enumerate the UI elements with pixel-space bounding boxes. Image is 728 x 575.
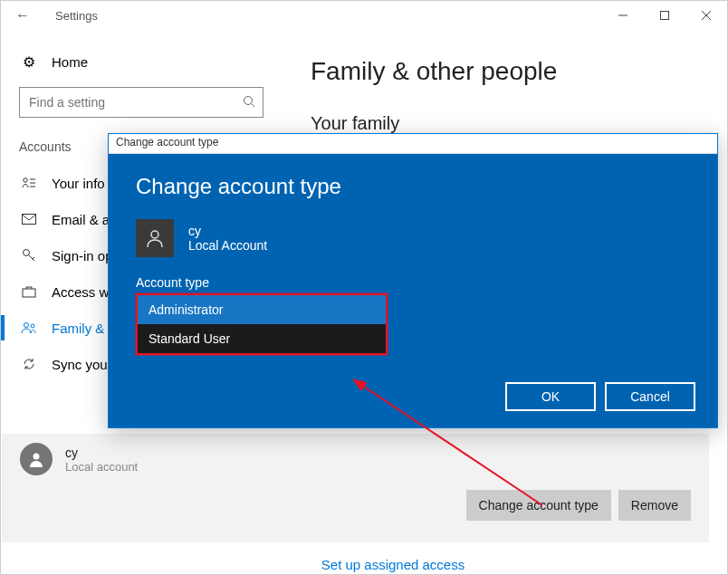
user-type: Local account [65,460,138,474]
setup-assigned-access-link[interactable]: Set up assigned access [30,557,728,572]
account-type-label: Account type [136,275,690,290]
dialog-user-type: Local Account [188,238,267,253]
maximize-button[interactable] [644,1,685,30]
search-input[interactable] [27,94,243,110]
svg-line-5 [252,103,255,107]
svg-rect-14 [23,289,35,297]
svg-point-6 [24,178,27,182]
dialog-user-name: cy [188,224,267,238]
ok-button[interactable]: OK [505,382,596,411]
svg-point-11 [24,250,30,256]
change-account-type-button[interactable]: Change account type [466,490,611,521]
account-type-dropdown[interactable]: Administrator Standard User [136,293,388,355]
svg-rect-1 [661,12,669,20]
people-icon [19,321,39,334]
search-icon [243,95,255,110]
sidebar-item-label: Your info [52,176,105,191]
minimize-button[interactable] [602,1,644,30]
svg-point-18 [151,231,158,238]
person-icon [27,450,45,468]
svg-point-17 [34,454,40,460]
remove-button[interactable]: Remove [618,490,691,521]
cancel-button[interactable]: Cancel [605,382,695,411]
close-button[interactable] [685,1,727,30]
change-account-type-dialog: Change account type Change account type … [108,133,718,428]
gear-icon: ⚙ [19,53,39,71]
maximize-icon [660,11,669,20]
sidebar-item-label: Sign-in op [52,248,113,264]
page-subheading: Your family [311,113,727,134]
minimize-icon [618,11,627,20]
person-icon [144,227,166,249]
avatar [20,443,53,475]
window-titlebar: ← Settings [1,1,727,30]
dropdown-option-standard-user[interactable]: Standard User [138,324,386,353]
dropdown-option-administrator[interactable]: Administrator [138,295,386,324]
sidebar-item-label: Sync your [52,357,112,372]
svg-point-15 [24,323,29,328]
svg-point-4 [244,96,253,104]
briefcase-icon [19,285,39,298]
sidebar-item-label: Family & o [52,321,116,336]
key-icon [19,248,39,263]
person-card-icon [19,177,39,189]
user-name: cy [65,446,138,460]
avatar [136,219,174,257]
other-user-card[interactable]: cy Local account Change account type Rem… [2,434,709,542]
home-label: Home [52,54,88,70]
dialog-heading: Change account type [136,174,690,199]
close-icon [702,11,711,20]
page-heading: Family & other people [311,57,727,86]
window-title: Settings [55,9,98,23]
sync-icon [19,357,39,371]
settings-search[interactable] [19,87,263,118]
home-nav[interactable]: ⚙ Home [1,46,282,78]
dialog-user-row: cy Local Account [136,219,690,257]
sidebar-item-label: Access wo [52,284,117,300]
svg-line-13 [33,257,34,259]
mail-icon [19,214,39,225]
dialog-titlebar: Change account type [109,134,717,154]
back-button[interactable]: ← [15,7,44,24]
svg-rect-10 [23,215,36,225]
svg-point-16 [31,324,34,328]
